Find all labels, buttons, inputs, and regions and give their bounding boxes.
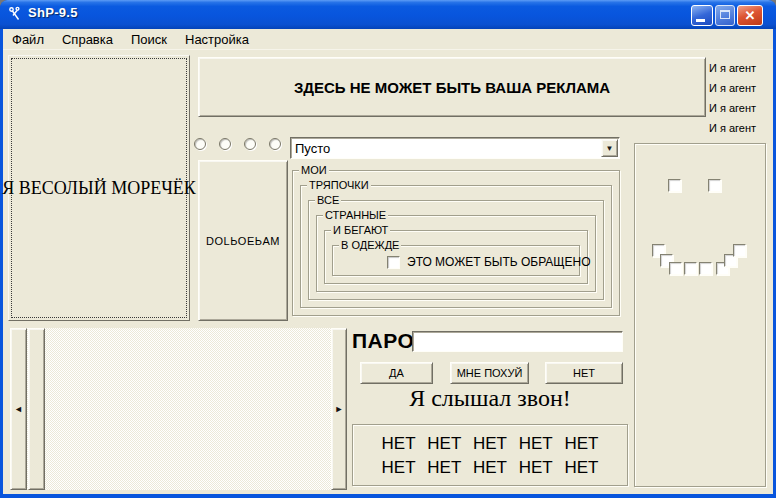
indifferent-button[interactable]: МНЕ ПОХУЙ [450,362,529,384]
left-panel-text: Я ВЕСОЛЫЙ МОРЕЧЁК [2,178,196,199]
minimize-icon [696,19,705,22]
no-button[interactable]: НЕТ [545,362,623,384]
inverted-checkbox[interactable] [387,256,400,269]
combo-select[interactable]: Пусто ▼ [290,137,620,159]
net-panel: НЕТ НЕТ НЕТ НЕТ НЕТ НЕТ НЕТ НЕТ НЕТ НЕТ [352,424,628,486]
smiley-checkbox-mouth-4[interactable] [684,262,697,275]
groupbox-caption: СТРАННЫЕ [323,209,388,221]
yes-button[interactable]: ДА [360,362,433,384]
title-bar: ShP-9.5 ✕ [0,0,776,29]
minimize-button[interactable] [691,5,713,26]
smiley-checkbox-eye-left[interactable] [668,179,681,192]
menu-help[interactable]: Справка [53,30,122,49]
agent-label: И я агент [709,78,771,98]
window-title: ShP-9.5 [28,5,78,20]
maximize-icon [720,10,730,19]
groupbox-caption: ТРЯПОЧКИ [307,179,371,191]
no-button-label: НЕТ [573,367,595,379]
groupbox-v-odezhde: В ОДЕЖДЕ ЭТО МОЖЕТ БЫТЬ ОБРАЩЕНО [332,245,580,276]
combo-value: Пусто [295,141,330,156]
bell-label: Я слышал звон! [352,385,628,412]
arrow-left-icon: ◄ [14,404,23,414]
radio-button-2[interactable] [219,138,231,150]
inverted-checkbox-row: ЭТО МОЖЕТ БЫТЬ ОБРАЩЕНО [387,255,591,269]
client-area: Файл Справка Поиск Настройка Я ВЕСОЛЫЙ М… [3,29,773,494]
agent-labels: И я агент И я агент И я агент И я агент [709,58,771,138]
smiley-checkbox-panel [634,143,766,487]
radio-button-3[interactable] [244,138,256,150]
groupbox-strannye: СТРАННЫЕ И БЕГАЮТ В ОДЕЖДЕ ЭТО МОЖЕТ БЫТ… [316,215,596,292]
menu-settings[interactable]: Настройка [176,30,258,49]
close-icon: ✕ [745,8,756,23]
paro-input[interactable] [412,331,623,352]
radio-button-4[interactable] [269,138,281,150]
left-text-panel-inner: Я ВЕСОЛЫЙ МОРЕЧЁК [11,58,187,318]
scrollbar-track[interactable] [27,328,331,490]
smiley-checkbox-eye-right[interactable] [708,179,721,192]
smiley-checkbox-mouth-3[interactable] [669,262,682,275]
app-window: ShP-9.5 ✕ Файл Справка Поиск Настройка Я… [0,0,776,498]
agent-label: И я агент [709,98,771,118]
agent-label: И я агент [709,58,771,78]
combo-dropdown-button[interactable]: ▼ [601,139,618,157]
close-button[interactable]: ✕ [737,5,763,26]
banner-text: ЗДЕСЬ НЕ МОЖЕТ БЫТЬ ВАША РЕКЛАМА [294,79,610,96]
groupbox-caption: И БЕГАЮТ [331,224,390,236]
groupbox-caption: В ОДЕЖДЕ [339,239,401,251]
groupbox-caption: МОИ [299,164,329,176]
dolboebam-button-label: DOLЬOEЬAM [206,235,280,247]
paro-label: ПАРО [352,329,414,353]
scroll-left-button[interactable]: ◄ [10,328,27,490]
groupbox-caption: ВСЕ [315,194,341,206]
groupbox-vse: ВСЕ СТРАННЫЕ И БЕГАЮТ В ОДЕЖДЕ ЭТО МОЖЕТ… [308,200,604,300]
scroll-right-button[interactable]: ► [331,328,347,490]
smiley-checkbox-mouth-8[interactable] [733,244,746,257]
menu-bar: Файл Справка Поиск Настройка [3,29,773,50]
inverted-checkbox-label: ЭТО МОЖЕТ БЫТЬ ОБРАЩЕНО [407,255,591,269]
net-line: НЕТ НЕТ НЕТ НЕТ НЕТ [353,456,627,480]
maximize-button[interactable] [715,5,735,26]
menu-search[interactable]: Поиск [122,30,176,49]
nested-groupboxes: МОИ ТРЯПОЧКИ ВСЕ СТРАННЫЕ И БЕГАЮТ В ОДЕ… [292,170,620,316]
arrow-right-icon: ► [335,404,344,414]
net-line: НЕТ НЕТ НЕТ НЕТ НЕТ [353,432,627,456]
app-icon[interactable] [7,6,23,22]
banner-panel: ЗДЕСЬ НЕ МОЖЕТ БЫТЬ ВАША РЕКЛАМА [198,57,706,117]
horizontal-scrollbar: ◄ ► [10,328,347,490]
menu-file[interactable]: Файл [3,30,53,49]
groupbox-i-begayut: И БЕГАЮТ В ОДЕЖДЕ ЭТО МОЖЕТ БЫТЬ ОБРАЩЕН… [324,230,588,284]
smiley-checkbox-mouth-5[interactable] [699,262,712,275]
groupbox-tryapochki: ТРЯПОЧКИ ВСЕ СТРАННЫЕ И БЕГАЮТ В ОДЕЖДЕ [300,185,612,308]
chevron-down-icon: ▼ [606,144,614,153]
dolboebam-button[interactable]: DOLЬOEЬAM [198,160,288,321]
left-text-panel: Я ВЕСОЛЫЙ МОРЕЧЁК [8,55,190,321]
groupbox-moi: МОИ ТРЯПОЧКИ ВСЕ СТРАННЫЕ И БЕГАЮТ В ОДЕ… [292,170,620,316]
radio-button-1[interactable] [194,138,206,150]
agent-label: И я агент [709,118,771,138]
yes-button-label: ДА [389,367,404,379]
scrollbar-thumb[interactable] [28,328,45,490]
indifferent-button-label: МНЕ ПОХУЙ [457,367,523,379]
